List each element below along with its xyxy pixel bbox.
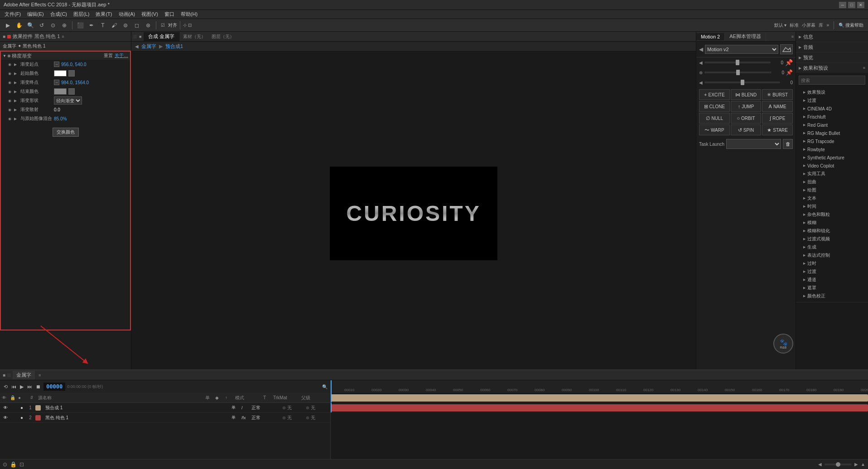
- layer2-vis[interactable]: 👁: [2, 415, 9, 420]
- name-button[interactable]: A NAME: [762, 101, 793, 112]
- start-color-picker[interactable]: [68, 70, 75, 77]
- menu-animation[interactable]: 动画(A): [116, 10, 138, 19]
- effects-item-transition[interactable]: 过渡: [803, 96, 865, 105]
- layer1-vis[interactable]: 👁: [2, 405, 9, 410]
- blend-button[interactable]: ⋈ BLEND: [731, 89, 762, 100]
- maximize-button[interactable]: □: [848, 2, 855, 8]
- info-title[interactable]: 信息: [796, 32, 868, 42]
- effects-item-utils[interactable]: 实用工具: [803, 170, 865, 178]
- menu-file[interactable]: 文件(F): [2, 10, 24, 19]
- effects-item-noise[interactable]: 杂色和颗粒: [803, 211, 865, 219]
- nav-back[interactable]: ◀: [135, 44, 139, 49]
- tl-prev-btn[interactable]: ⏮: [10, 383, 17, 390]
- tl-bottom-icon1[interactable]: ⊙: [3, 461, 7, 468]
- timecode-display[interactable]: 00000: [43, 383, 65, 391]
- tool-zoom[interactable]: 🔍: [25, 20, 35, 30]
- stare-button[interactable]: ★ STARE: [762, 124, 793, 135]
- start-point-arrow[interactable]: ↔: [54, 62, 59, 67]
- effects-item-synth[interactable]: Synthetic Aperture: [803, 153, 865, 162]
- tool-eraser[interactable]: ◻: [132, 20, 142, 30]
- effects-item-cinema4d[interactable]: CINEMA 4D: [803, 105, 865, 113]
- tool-camera[interactable]: ⊙: [48, 20, 58, 30]
- tl-bar-1[interactable]: [331, 394, 868, 402]
- menu-view[interactable]: 视图(V): [139, 10, 161, 19]
- motion-version-select[interactable]: Motion v2: [705, 45, 778, 54]
- gradient-section[interactable]: ▼ ◉ 梯度渐变 重置 关于…: [1, 52, 130, 60]
- menu-layer[interactable]: 图层(L): [71, 10, 92, 19]
- layer2-solo[interactable]: ●: [18, 415, 25, 420]
- about-link[interactable]: 关于…: [115, 53, 128, 59]
- effects-search-input[interactable]: [799, 76, 865, 85]
- tool-stamp[interactable]: ⊚: [121, 20, 130, 30]
- audio-title[interactable]: 音频: [796, 42, 868, 52]
- ae-script-tab[interactable]: AE脚本管理器: [725, 32, 766, 41]
- motion-mountain-btn[interactable]: [780, 44, 793, 54]
- effects-item-frischluft[interactable]: Frischluft: [803, 113, 865, 121]
- tool-rect[interactable]: ⬛: [75, 20, 85, 30]
- tool-puppet[interactable]: ⊛: [143, 20, 153, 30]
- effects-item-trapcode[interactable]: RG Trapcode: [803, 137, 865, 145]
- tl-stop-btn[interactable]: ⏹: [35, 383, 42, 390]
- rope-button[interactable]: ∫ ROPE: [762, 113, 793, 124]
- tl-bottom-icon2[interactable]: 🔒: [10, 461, 17, 468]
- close-button[interactable]: ✕: [857, 2, 864, 8]
- motion2-tab[interactable]: Motion 2: [696, 33, 725, 40]
- minimize-button[interactable]: ─: [839, 2, 846, 8]
- slider1-icon[interactable]: ◀: [699, 60, 703, 65]
- tool-hand[interactable]: ✋: [14, 20, 24, 30]
- tl-next-btn[interactable]: ⏭: [26, 383, 33, 390]
- nav-precomp[interactable]: 预合成1: [165, 43, 183, 50]
- spin-button[interactable]: ↺ SPIN: [731, 124, 762, 135]
- slider3-icon[interactable]: ◀: [699, 80, 703, 85]
- task-delete-button[interactable]: 🗑: [783, 139, 793, 149]
- tool-brush[interactable]: 🖌: [109, 20, 119, 30]
- effects-item-channel[interactable]: 通道: [803, 276, 865, 284]
- task-select[interactable]: [726, 139, 781, 149]
- timeline-tab[interactable]: 金属字: [13, 371, 35, 379]
- effects-item-transition-vid[interactable]: 过渡式视频: [803, 235, 865, 243]
- effects-item-text[interactable]: 文本: [803, 194, 865, 202]
- menu-edit[interactable]: 编辑(E): [24, 10, 47, 19]
- end-point-value[interactable]: 984.0, 1564.0: [61, 80, 89, 85]
- tool-rotate[interactable]: ↺: [37, 20, 47, 30]
- slider1-thumb[interactable]: [736, 60, 739, 65]
- effects-item-videocopilot[interactable]: Video Copilot: [803, 162, 865, 170]
- effects-item-generate[interactable]: 生成: [803, 243, 865, 251]
- tl-loop-btn[interactable]: ⟲: [3, 383, 9, 390]
- slider3-thumb[interactable]: [741, 80, 744, 85]
- effects-item-blur-sharp[interactable]: 模糊和锐化: [803, 227, 865, 235]
- exchange-button[interactable]: 交换颜色: [53, 128, 79, 137]
- effects-item-expression[interactable]: 表达式控制: [803, 251, 865, 259]
- nav-left-icon[interactable]: ◀: [699, 46, 703, 53]
- slider1-track[interactable]: [704, 62, 771, 63]
- blend-value[interactable]: 85.0%: [54, 116, 67, 121]
- end-point-arrow[interactable]: ↔: [54, 80, 59, 85]
- slider3-track[interactable]: [704, 81, 780, 83]
- effects-item-magicbullet[interactable]: RG Magic Bullet: [803, 129, 865, 137]
- menu-composition[interactable]: 合成(C): [48, 10, 70, 19]
- tool-pen[interactable]: ✒: [87, 20, 96, 30]
- effects-presets-title[interactable]: 效果和预设 ≡: [796, 63, 868, 73]
- end-color-picker[interactable]: [68, 88, 75, 95]
- shape-select[interactable]: 径向渐变 线性渐变: [54, 96, 82, 105]
- effects-item-time[interactable]: 时间: [803, 202, 865, 211]
- layer1-solo[interactable]: ●: [18, 405, 25, 410]
- effects-item-obsolete[interactable]: 过时: [803, 259, 865, 268]
- tl-search-icon[interactable]: 🔍: [322, 384, 328, 389]
- more-btn[interactable]: »: [826, 23, 829, 28]
- null-button[interactable]: ∅ NULL: [699, 113, 730, 124]
- preview-title[interactable]: 预览: [796, 53, 868, 62]
- burst-button[interactable]: ✳ BURST: [762, 89, 793, 100]
- effects-item-mask[interactable]: 遮罩: [803, 284, 865, 292]
- tl-bar-2[interactable]: [331, 404, 868, 412]
- tool-select[interactable]: ▶: [3, 20, 13, 30]
- end-color-swatch[interactable]: [54, 88, 67, 95]
- start-point-value[interactable]: 956.0, 540.0: [61, 62, 87, 67]
- tool-orbit[interactable]: ⊕: [59, 20, 69, 30]
- orbit-button[interactable]: ○ ORBIT: [731, 113, 762, 124]
- warp-button[interactable]: 〜 WARP: [699, 124, 730, 135]
- effects-item-redgiant[interactable]: Red Giant: [803, 121, 865, 129]
- scatter-value[interactable]: 0.0: [54, 107, 60, 112]
- effects-item-trans2[interactable]: 过渡: [803, 268, 865, 276]
- menu-help[interactable]: 帮助(H): [178, 10, 200, 19]
